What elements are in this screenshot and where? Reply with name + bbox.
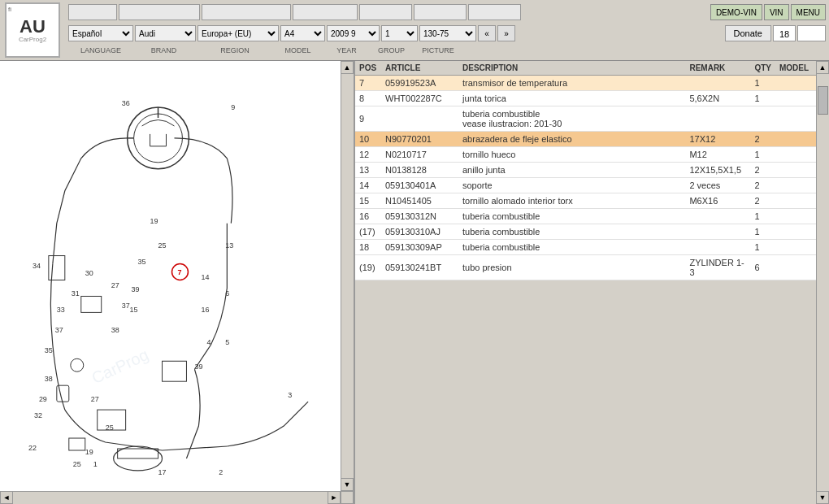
toolbar-input-3[interactable] (202, 4, 291, 20)
svg-point-45 (71, 358, 84, 371)
toolbar-input-1[interactable] (68, 4, 117, 20)
toolbar-input-5[interactable] (359, 4, 412, 20)
diagram-area: ▲ ▼ ◄ ► (0, 61, 355, 504)
menu-button[interactable]: MENU (791, 4, 826, 20)
table-row[interactable]: (19) 059130241BT tubo presion ZYLINDER 1… (355, 255, 816, 280)
cell-pos: (17) (355, 224, 381, 240)
table-row[interactable]: 10 N90770201 abrazadera de fleje elastic… (355, 132, 816, 147)
cell-description: tuberia combustiblevease ilustracion: 20… (458, 106, 685, 132)
picture-select[interactable]: 130-75130-76130-77 (419, 25, 476, 41)
demo-vin-button[interactable]: DEMO-VIN (710, 4, 762, 20)
col-model: MODEL (775, 61, 816, 76)
table-row[interactable]: 13 N0138128 anillo junta 12X15,5X1,5 2 (355, 163, 816, 178)
selector-bar: EspañolEnglishDeutschFrançais AudiBMWMer… (65, 23, 829, 44)
parts-table: POS ARTICLE DESCRIPTION REMARK QTY MODEL… (355, 61, 816, 280)
cell-qty: 1 (750, 224, 775, 240)
donate-button[interactable]: Donate (725, 25, 771, 41)
year-select[interactable]: 2009 9200820072010 (327, 25, 380, 41)
table-scroll-up[interactable]: ▲ (816, 61, 829, 74)
diagram-scrollbar-h[interactable] (13, 491, 328, 504)
cell-pos: 9 (355, 106, 381, 132)
cell-qty: 1 (750, 76, 775, 91)
scroll-right-arrow[interactable]: ► (328, 491, 341, 504)
diagram-scrollbar-v[interactable] (341, 74, 354, 478)
svg-text:15: 15 (130, 306, 138, 314)
cell-qty: 2 (750, 163, 775, 178)
col-remark: REMARK (685, 61, 750, 76)
table-row[interactable]: 12 N0210717 tornillo hueco M12 1 (355, 147, 816, 163)
svg-text:25: 25 (158, 241, 167, 250)
cell-article: 059130312N (381, 209, 458, 224)
brand-select[interactable]: AudiBMWMercedesVW (135, 25, 196, 41)
label-language: LANGUAGE (68, 46, 133, 54)
cell-article: 059919523A (381, 76, 458, 91)
col-description: DESCRIPTION (458, 61, 685, 76)
svg-text:38: 38 (45, 375, 53, 383)
svg-text:5: 5 (225, 338, 229, 346)
cell-description: tuberia combustible (458, 209, 685, 224)
logo-subtext: CarProg2 (19, 36, 46, 43)
cell-pos: 8 (355, 91, 381, 106)
parts-area: ▲ ▼ POS ARTICLE DESCRIPTION REMARK QTY (355, 61, 829, 504)
cell-remark: 2 veces (685, 178, 750, 193)
nav-prev-button[interactable]: « (478, 25, 496, 41)
cell-qty: 1 (750, 147, 775, 163)
toolbar-input-6[interactable] (414, 4, 467, 20)
col-article: ARTICLE (381, 61, 458, 76)
vin-button[interactable]: VIN (764, 4, 789, 20)
logo-area: fi AU CarProg2 (0, 0, 65, 60)
col-qty: QTY (750, 61, 775, 76)
cell-pos: 12 (355, 147, 381, 163)
table-scrollbar[interactable] (816, 74, 829, 491)
table-scroll-down[interactable]: ▼ (816, 491, 829, 504)
toolbar-input-4[interactable] (293, 4, 358, 20)
group-select[interactable]: 1234 (381, 25, 418, 41)
table-row[interactable]: 18 059130309AP tuberia combustible 1 (355, 240, 816, 255)
toolbar-input-7[interactable] (468, 4, 521, 20)
cell-qty: 1 (750, 91, 775, 106)
svg-text:30: 30 (85, 270, 93, 278)
svg-text:3: 3 (288, 391, 292, 399)
table-row[interactable]: 9 tuberia combustiblevease ilustracion: … (355, 106, 816, 132)
svg-text:32: 32 (34, 411, 42, 419)
table-row[interactable]: 7 059919523A transmisor de temperatura 1 (355, 76, 816, 91)
region-select[interactable]: Europa+ (EU)USAJapan (197, 25, 279, 41)
page-input[interactable] (797, 25, 826, 41)
cell-qty: 2 (750, 132, 775, 147)
scroll-up-arrow[interactable]: ▲ (341, 61, 354, 74)
svg-text:19: 19 (85, 448, 93, 456)
cell-article: N0138128 (381, 163, 458, 178)
table-row[interactable]: 15 N10451405 tornillo alomado interior t… (355, 193, 816, 209)
toolbar-input-2[interactable] (119, 4, 200, 20)
svg-text:1: 1 (93, 460, 98, 468)
labels-row: LANGUAGE BRAND REGION MODEL YEAR GROUP P… (65, 44, 829, 57)
table-row[interactable]: 14 059130401A soporte 2 veces 2 (355, 178, 816, 193)
svg-text:31: 31 (72, 289, 80, 298)
cell-description: tornillo alomado interior torx (458, 193, 685, 209)
svg-text:35: 35 (138, 258, 146, 266)
table-row[interactable]: 16 059130312N tuberia combustible 1 (355, 209, 816, 224)
language-select[interactable]: EspañolEnglishDeutschFrançais (68, 25, 133, 41)
scroll-down-arrow[interactable]: ▼ (341, 478, 354, 491)
col-pos: POS (355, 61, 381, 76)
table-row[interactable]: (17) 059130310AJ tuberia combustible 1 (355, 224, 816, 240)
svg-rect-13 (163, 361, 187, 381)
cell-model (775, 147, 816, 163)
page-number: 18 (773, 25, 796, 41)
model-select[interactable]: A4A3A6A8Q5 (280, 25, 325, 41)
cell-remark (685, 224, 750, 240)
svg-text:36: 36 (122, 99, 130, 107)
cell-article: N10451405 (381, 193, 458, 209)
svg-text:14: 14 (201, 273, 209, 281)
cell-qty: 6 (750, 255, 775, 280)
scroll-left-arrow[interactable]: ◄ (0, 491, 13, 504)
svg-text:27: 27 (91, 395, 99, 403)
cell-article: 059130241BT (381, 255, 458, 280)
cell-pos: 16 (355, 209, 381, 224)
table-row[interactable]: 8 WHT002287C junta torica 5,6X2N 1 (355, 91, 816, 106)
cell-pos: 7 (355, 76, 381, 91)
cell-model (775, 224, 816, 240)
cell-model (775, 76, 816, 91)
cell-article: 059130310AJ (381, 224, 458, 240)
nav-next-button[interactable]: » (497, 25, 515, 41)
